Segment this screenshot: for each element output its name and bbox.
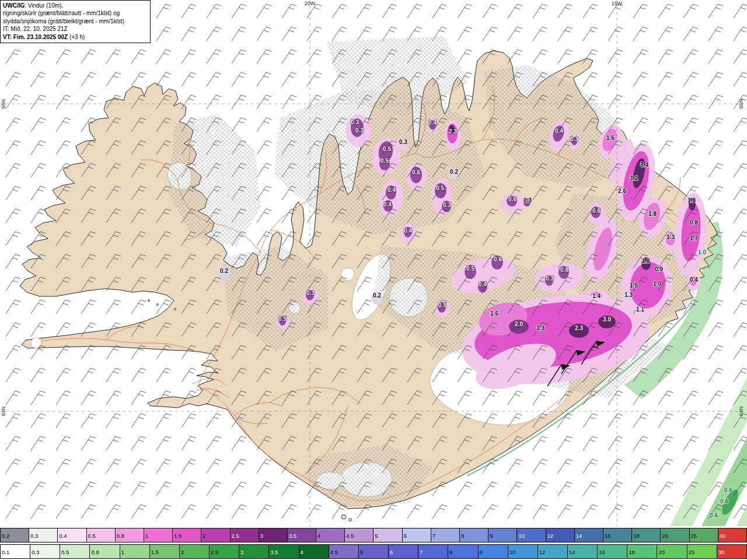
- precip-value-label: 1.6: [642, 258, 650, 264]
- precip-value-label: 0.5: [436, 185, 444, 191]
- colorbar-cell: 9: [478, 544, 508, 559]
- colorbar-bottom: 0.10.30.50.811.522.533.544.5567891012141…: [0, 544, 747, 559]
- colorbar-cell: 4.5: [344, 528, 374, 542]
- colorbar-cell-label: 0.1: [2, 548, 9, 555]
- precip-value-label: 0.5: [466, 265, 474, 272]
- colorbar-cell: 1.5: [172, 528, 201, 542]
- colorbar-cell: 5: [358, 544, 389, 559]
- precip-value-label: 0.3: [523, 197, 532, 204]
- precip-value-label: 1.8: [648, 211, 657, 217]
- colorbar-cell-label: 3: [260, 532, 263, 538]
- colorbar-cell-label: 3: [240, 548, 243, 555]
- precip-value-label: 3.0: [603, 316, 611, 323]
- legend-line-rain: rigning/skúrir (grænt/blátt/rautt - mm/1…: [3, 9, 148, 17]
- colorbar-cell-label: 6: [404, 532, 407, 538]
- colorbar-cell: 0.5: [86, 528, 116, 542]
- colorbar-cell: 3.5: [287, 528, 316, 542]
- precip-value-label: 0.2: [220, 268, 228, 274]
- precip-value-label: 0.5: [383, 146, 391, 152]
- colorbar-cell-label: 12: [547, 532, 554, 538]
- colorbar-cell-label: 10: [518, 532, 525, 538]
- colorbar-cell: 1: [120, 544, 150, 559]
- colorbar-cell: 30: [718, 528, 747, 542]
- colorbar-cell-label: 20: [662, 532, 668, 538]
- colorbar-cell: 18: [627, 544, 657, 559]
- precip-value-label: 2.0: [515, 321, 523, 327]
- colorbar-cell: 2: [179, 544, 210, 559]
- colorbar-cell-label: 25: [689, 548, 695, 555]
- info-box: UWC/IG: Vindur (10m), rigning/skúrir (gr…: [0, 0, 151, 43]
- colorbar-cell-label: 16: [605, 532, 611, 538]
- precip-value-label: 0.4: [404, 228, 412, 234]
- colorbar-cell-label: 4.5: [346, 532, 354, 538]
- precip-value-label: 2.3: [575, 325, 583, 331]
- colorbar-cell: 3.5: [268, 544, 299, 559]
- product-desc: : Vindur (10m),: [25, 2, 63, 9]
- colorbar-cell: 9: [488, 528, 517, 542]
- colorbar-cell: 6: [388, 544, 418, 559]
- colorbar-cell: 30: [717, 544, 747, 559]
- wind-barb-field: [0, 0, 747, 526]
- product-title: UWC/IG: Vindur (10m),: [3, 2, 148, 9]
- colorbar-cell-label: 5: [360, 548, 363, 555]
- colorbar-cell: 16: [597, 544, 627, 559]
- colorbar-cell-label: 18: [633, 532, 640, 538]
- colorbar-cell-label: 18: [629, 548, 635, 555]
- precip-value-label: 0.3: [443, 202, 451, 208]
- precip-value-label: 1.1: [636, 306, 644, 313]
- colorbar-cell: 18: [631, 528, 661, 542]
- colorbar-cell: 20: [660, 528, 689, 542]
- colorbar-cell-label: 14: [569, 548, 575, 555]
- precip-value-label: 0.4: [479, 281, 487, 288]
- precip-value-label: 1.0: [653, 281, 661, 287]
- colorbar-cell: 7: [418, 544, 448, 559]
- colorbar-cell: 20: [657, 544, 687, 559]
- precip-value-label: 0.4: [555, 128, 563, 134]
- colorbar-cell-label: 2: [203, 532, 205, 538]
- colorbar-cell-label: 0.8: [117, 532, 124, 538]
- colorbar-cell: 8: [459, 528, 488, 542]
- colorbar-cell: 25: [689, 528, 718, 542]
- colorbar-cell-label: 4.5: [330, 548, 338, 555]
- colorbar-top: 0.20.30.40.50.811.522.533.544.5567891012…: [0, 528, 747, 542]
- precip-value-label: 0.5: [278, 316, 287, 322]
- colorbar-cell-label: 0.8: [91, 548, 99, 555]
- colorbar-cell-label: 25: [691, 532, 697, 538]
- colorbar-cell: 0.8: [115, 528, 144, 542]
- colorbar-cell: 5: [373, 528, 402, 542]
- colorbar-cell: 12: [537, 544, 568, 559]
- precip-value-label: 0.6: [724, 487, 732, 494]
- colorbar-cell: 0.3: [29, 528, 58, 542]
- precip-value-label: 0.8: [560, 267, 568, 273]
- precip-value-label: 0.4: [388, 187, 396, 193]
- colorbar-cell: 8: [448, 544, 478, 559]
- colorbar-cell-label: 2.5: [232, 532, 239, 538]
- colorbar-cell-label: 12: [539, 548, 546, 555]
- valid-time-offset: (+3 h): [68, 34, 85, 40]
- precip-value-label: 0.9: [655, 266, 663, 272]
- precip-value-label: 1.0: [698, 249, 706, 256]
- colorbar-cell-label: 0.5: [88, 532, 96, 538]
- precip-value-label: 0.4: [383, 201, 392, 208]
- precip-value-label: 1.3: [624, 292, 633, 298]
- init-time: IT: Mið. 22. 10. 2025 21Z: [3, 25, 148, 33]
- colorbar-cell-label: 9: [480, 548, 483, 555]
- colorbar-cell-label: 1: [121, 548, 124, 555]
- colorbar-cell-label: 5: [375, 532, 378, 538]
- precip-value-label: 1.6: [606, 135, 615, 141]
- precip-value-label: 0.2: [450, 169, 458, 175]
- colorbar-cell: 3: [259, 528, 288, 542]
- precip-value-label: 0.3: [306, 290, 315, 296]
- precip-value-label: 0.6: [720, 498, 728, 505]
- colorbar-cell: 7: [431, 528, 460, 542]
- colorbar-cell-label: 0.5: [61, 548, 69, 555]
- precip-value-label: 1.3: [666, 234, 675, 240]
- precip-value-label: 1.8: [687, 197, 696, 204]
- colorbar-cell: 0.3: [30, 544, 60, 559]
- colorbar-cell-label: 1.5: [174, 532, 181, 538]
- precip-value-label: 1.7: [690, 235, 698, 242]
- colorbar-cell: 0.8: [89, 544, 120, 559]
- colorbar-cell-label: 8: [449, 548, 452, 555]
- legend-line-sleet-snow: slydda/snjókoma (grátt/bleikt/grænt - mm…: [3, 18, 148, 25]
- colorbar-cell: 2.5: [230, 528, 259, 542]
